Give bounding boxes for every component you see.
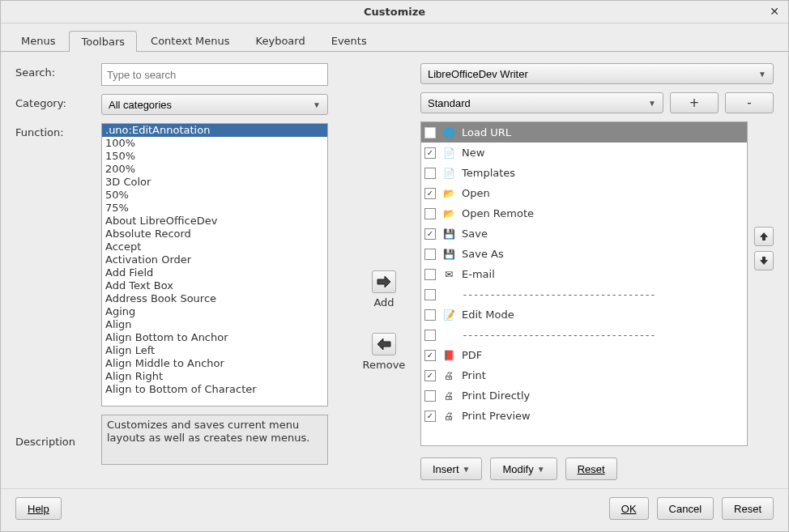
folder-icon: 📂: [442, 207, 455, 220]
function-label: Function:: [15, 123, 96, 138]
command-row[interactable]: 🌐Load URL: [421, 122, 747, 143]
function-listbox[interactable]: .uno:EditAnnotation100%150%200%3D Color5…: [101, 123, 328, 406]
window-title: Customize: [364, 6, 425, 18]
checkbox[interactable]: [424, 269, 436, 280]
checkbox[interactable]: [424, 208, 436, 219]
command-label: Save: [462, 228, 488, 240]
move-up-button[interactable]: [754, 227, 774, 246]
command-row[interactable]: ✉E-mail: [421, 264, 747, 284]
function-item[interactable]: Align: [102, 318, 327, 331]
tab-bar: Menus Toolbars Context Menus Keyboard Ev…: [1, 23, 788, 52]
separator-row[interactable]: -----------------------------------: [421, 325, 747, 345]
tab-keyboard[interactable]: Keyboard: [244, 30, 318, 51]
category-dropdown-button[interactable]: All categories ▼: [101, 94, 328, 115]
function-item[interactable]: 50%: [102, 189, 327, 202]
cancel-button[interactable]: Cancel: [657, 497, 714, 520]
function-item[interactable]: Align Right: [102, 370, 327, 383]
function-item[interactable]: Absolute Record: [102, 228, 327, 240]
insert-button[interactable]: Insert ▼: [420, 458, 482, 480]
function-item[interactable]: Aging: [102, 305, 327, 318]
function-item[interactable]: Align Left: [102, 344, 327, 357]
checkbox[interactable]: [424, 390, 436, 402]
modify-button[interactable]: Modify ▼: [490, 458, 557, 480]
insert-label: Insert: [433, 463, 459, 475]
remove-button[interactable]: Remove: [363, 333, 406, 371]
folder-icon: 📂: [442, 187, 455, 200]
ok-button[interactable]: OK: [609, 497, 649, 520]
checkbox[interactable]: [424, 330, 436, 341]
cancel-label: Cancel: [669, 503, 702, 515]
search-input[interactable]: [101, 63, 328, 86]
right-button-row: Insert ▼ Modify ▼ Reset: [420, 454, 774, 480]
command-row[interactable]: 📄Templates: [421, 163, 747, 183]
checkbox[interactable]: [424, 147, 436, 159]
category-dropdown[interactable]: All categories ▼: [101, 94, 328, 115]
toolbar-dropdown-button[interactable]: Standard ▼: [420, 92, 663, 113]
checkbox[interactable]: [424, 188, 436, 199]
command-row[interactable]: 💾Save: [421, 223, 747, 244]
function-item[interactable]: Activation Order: [102, 253, 327, 266]
checkbox[interactable]: [424, 411, 436, 422]
checkbox[interactable]: [424, 309, 436, 321]
function-item[interactable]: Align Middle to Anchor: [102, 357, 327, 370]
checkbox[interactable]: [424, 168, 436, 179]
close-icon[interactable]: ✕: [767, 4, 782, 19]
tab-events[interactable]: Events: [319, 30, 379, 51]
tab-toolbars[interactable]: Toolbars: [69, 31, 137, 52]
command-list[interactable]: 🌐Load URL📄New📄Templates📂Open📂Open Remote…: [420, 121, 748, 446]
add-button[interactable]: Add: [372, 270, 396, 309]
checkbox[interactable]: [424, 228, 436, 240]
target-app-dropdown[interactable]: LibreOfficeDev Writer ▼: [420, 63, 774, 84]
command-label: Open Remote: [462, 207, 534, 219]
print-icon: 🖨: [442, 369, 455, 382]
tab-context-menus[interactable]: Context Menus: [139, 30, 242, 51]
command-row[interactable]: 📂Open: [421, 183, 747, 203]
function-item[interactable]: About LibreOfficeDev: [102, 215, 327, 228]
command-row[interactable]: 📝Edit Mode: [421, 304, 747, 325]
target-app-button[interactable]: LibreOfficeDev Writer ▼: [420, 63, 774, 84]
function-item[interactable]: Add Text Box: [102, 279, 327, 292]
reset-button[interactable]: Reset: [722, 497, 774, 520]
reset-small-button[interactable]: Reset: [565, 458, 617, 480]
customize-dialog: Customize ✕ Menus Toolbars Context Menus…: [0, 0, 789, 532]
function-item[interactable]: Accept: [102, 240, 327, 253]
add-toolbar-button[interactable]: +: [670, 92, 719, 113]
function-item[interactable]: Address Book Source: [102, 292, 327, 305]
command-row[interactable]: 🖨Print: [421, 365, 747, 385]
command-label: Print Directly: [462, 389, 530, 402]
remove-toolbar-button[interactable]: -: [725, 92, 774, 113]
checkbox[interactable]: [424, 127, 436, 138]
command-label: Save As: [462, 248, 504, 260]
command-row[interactable]: 🖨Print Directly: [421, 385, 747, 406]
titlebar: Customize ✕: [1, 1, 788, 23]
move-down-button[interactable]: [754, 251, 774, 270]
help-button[interactable]: Help: [15, 497, 62, 520]
separator-line: -----------------------------------: [462, 329, 655, 341]
toolbar-dropdown[interactable]: Standard ▼: [420, 92, 663, 113]
command-row[interactable]: 📄New: [421, 143, 747, 163]
command-label: Print: [462, 369, 486, 381]
checkbox[interactable]: [424, 350, 436, 361]
checkbox[interactable]: [424, 289, 436, 300]
checkbox[interactable]: [424, 249, 436, 260]
function-item[interactable]: 3D Color: [102, 176, 327, 189]
function-item[interactable]: 100%: [102, 137, 327, 150]
function-item[interactable]: .uno:EditAnnotation: [102, 124, 327, 137]
function-item[interactable]: Align to Bottom of Character: [102, 383, 327, 396]
dialog-footer: Help OK Cancel Reset: [1, 488, 788, 531]
command-row[interactable]: 📂Open Remote: [421, 203, 747, 223]
left-column: Search: Category: All categories ▼ Funct…: [15, 63, 348, 480]
function-item[interactable]: 150%: [102, 150, 327, 163]
checkbox[interactable]: [424, 370, 436, 381]
category-value: All categories: [109, 99, 172, 111]
function-item[interactable]: 75%: [102, 202, 327, 215]
command-row[interactable]: 💾Save As: [421, 244, 747, 264]
separator-row[interactable]: -----------------------------------: [421, 284, 747, 304]
right-column: LibreOfficeDev Writer ▼ Standard ▼ + - 🌐…: [420, 63, 774, 480]
function-item[interactable]: Align Bottom to Anchor: [102, 331, 327, 344]
function-item[interactable]: 200%: [102, 163, 327, 176]
function-item[interactable]: Add Field: [102, 266, 327, 279]
command-row[interactable]: 📕PDF: [421, 345, 747, 365]
command-row[interactable]: 🖨Print Preview: [421, 406, 747, 426]
tab-menus[interactable]: Menus: [9, 30, 67, 51]
